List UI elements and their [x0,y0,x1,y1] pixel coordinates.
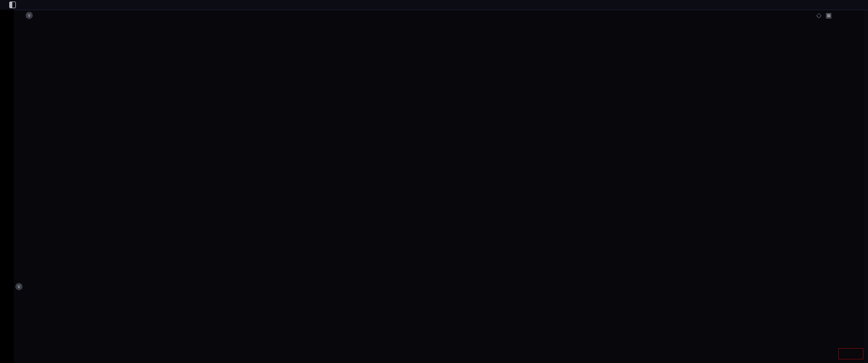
chart-titlebar: ∨ [15,10,38,21]
top-toolbar [0,0,868,10]
quote-panel-edge[interactable] [864,10,868,363]
window-icon[interactable] [9,2,16,8]
watermark [757,304,760,306]
volume-multiplier-badge [838,348,863,359]
chevron-down-icon[interactable]: ∨ [15,283,23,290]
left-sidebar [0,10,14,363]
titlebar-icons: ◇ ▣ [816,11,832,19]
layout-icon[interactable]: ▣ [825,11,832,19]
chart-canvas[interactable] [0,0,868,363]
volume-header: ∨ [15,282,28,291]
chevron-down-icon[interactable]: ∨ [26,12,33,19]
diamond-icon[interactable]: ◇ [816,11,821,19]
